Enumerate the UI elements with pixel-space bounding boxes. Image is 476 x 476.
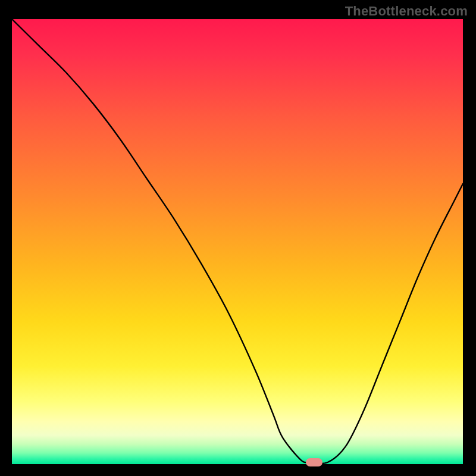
attribution-text: TheBottleneck.com	[345, 4, 468, 19]
bottleneck-chart	[12, 19, 463, 464]
gradient-background	[12, 19, 463, 464]
optimal-point-marker	[306, 458, 322, 466]
plot-area	[12, 19, 463, 464]
chart-frame: TheBottleneck.com	[0, 0, 476, 476]
